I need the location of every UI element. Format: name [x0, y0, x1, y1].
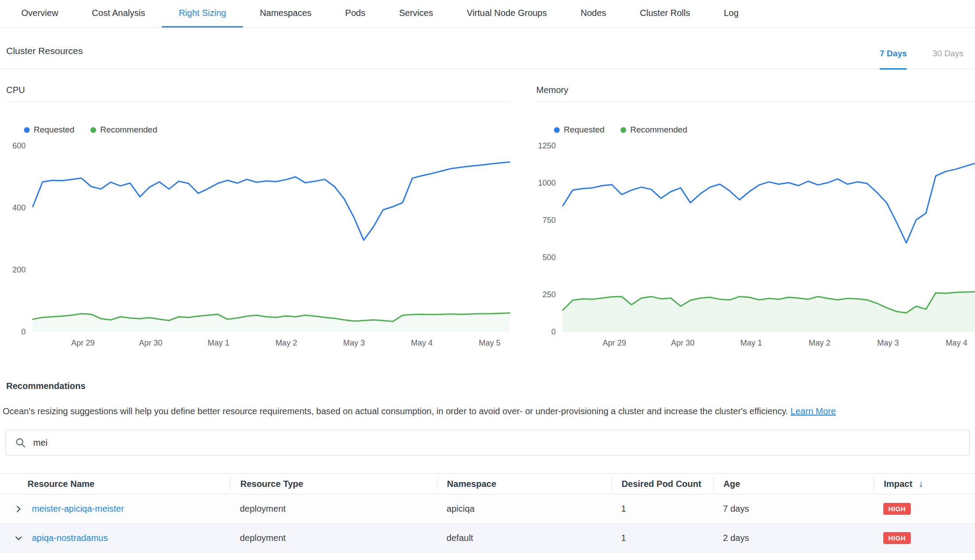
cpu-legend-recommended-label: Recommended	[100, 125, 157, 135]
tab-services[interactable]: Services	[382, 0, 450, 27]
table-header-row: Resource Name Resource Type Namespace De…	[0, 473, 975, 494]
column-desired-pod-count: Desired Pod Count	[611, 478, 713, 490]
resource-type-cell: deployment	[230, 504, 437, 514]
column-impact[interactable]: Impact ↓	[874, 478, 975, 490]
column-impact-label: Impact	[884, 478, 912, 490]
tab-right-sizing[interactable]: Right Sizing	[162, 0, 243, 27]
tab-overview[interactable]: Overview	[4, 0, 75, 27]
tab-log[interactable]: Log	[707, 0, 755, 27]
tab-cluster-rolls[interactable]: Cluster Rolls	[623, 0, 707, 27]
cpu-chart-title: CPU	[6, 85, 510, 102]
requested-dot-icon	[554, 127, 560, 133]
charts-row: CPU Requested Recommended 0200400600 Apr…	[0, 85, 975, 353]
chevron-right-icon[interactable]	[12, 502, 26, 516]
recommendations-title: Recommendations	[6, 381, 975, 391]
tab-pods[interactable]: Pods	[328, 0, 382, 27]
cpu-legend-requested[interactable]: Requested	[24, 125, 74, 135]
memory-legend-recommended-label: Recommended	[630, 125, 687, 135]
column-namespace: Namespace	[437, 478, 612, 490]
recommendations-description: Ocean's resizing suggestions will help y…	[3, 406, 970, 416]
resource-type-cell: deployment	[230, 533, 437, 543]
age-cell: 7 days	[713, 504, 874, 514]
tab-virtual-node-groups[interactable]: Virtual Node Groups	[450, 0, 564, 27]
memory-legend: Requested Recommended	[554, 125, 975, 135]
memory-legend-recommended[interactable]: Recommended	[620, 125, 687, 135]
cluster-resources-header: Cluster Resources 7 Days 30 Days	[0, 28, 975, 69]
namespace-cell: apiciqa	[437, 504, 612, 514]
memory-legend-requested-label: Requested	[564, 125, 604, 135]
recommended-dot-icon	[620, 127, 626, 133]
tab-nodes[interactable]: Nodes	[564, 0, 623, 27]
cpu-legend: Requested Recommended	[24, 125, 510, 135]
recommendations-search	[5, 430, 970, 455]
cpu-y-axis: 0200400600	[6, 146, 33, 332]
time-range-toggle: 7 Days 30 Days	[880, 49, 963, 69]
range-7-days[interactable]: 7 Days	[880, 49, 907, 70]
recommendations-table: Resource Name Resource Type Namespace De…	[0, 473, 975, 553]
recommended-dot-icon	[90, 127, 96, 133]
resource-name-link[interactable]: meister-apiciqa-meister	[32, 504, 124, 514]
impact-badge: HIGH	[883, 532, 911, 544]
cpu-chart-panel: CPU Requested Recommended 0200400600 Apr…	[6, 85, 510, 353]
cpu-legend-recommended[interactable]: Recommended	[90, 125, 157, 135]
age-cell: 2 days	[713, 533, 874, 543]
desired-pod-count-cell: 1	[611, 533, 713, 543]
tab-namespaces[interactable]: Namespaces	[243, 0, 328, 27]
requested-dot-icon	[24, 127, 30, 133]
namespace-cell: default	[437, 533, 612, 543]
resource-name-link[interactable]: apiqa-nostradamus	[32, 533, 108, 543]
memory-legend-requested[interactable]: Requested	[554, 125, 604, 135]
chevron-down-icon[interactable]	[12, 531, 26, 545]
memory-plot	[563, 146, 975, 332]
search-icon	[15, 437, 26, 448]
memory-chart-title: Memory	[536, 85, 975, 102]
table-row[interactable]: meister-apiciqa-meister deployment apici…	[0, 494, 975, 524]
cluster-resources-title: Cluster Resources	[6, 46, 83, 69]
sort-desc-icon[interactable]: ↓	[919, 478, 924, 490]
memory-x-axis: Apr 29Apr 30May 1May 2May 3May 4	[563, 332, 975, 353]
cpu-x-axis: Apr 29Apr 30May 1May 2May 3May 4May 5	[33, 332, 510, 353]
recommendations-description-text: Ocean's resizing suggestions will help y…	[3, 406, 788, 416]
impact-badge: HIGH	[883, 503, 911, 515]
range-30-days[interactable]: 30 Days	[932, 49, 963, 70]
learn-more-link[interactable]: Learn More	[791, 406, 836, 416]
search-input[interactable]	[33, 438, 960, 448]
column-age: Age	[713, 478, 874, 490]
memory-y-axis: 025050075010001250	[536, 146, 563, 332]
column-resource-name: Resource Name	[0, 478, 230, 490]
top-tab-bar: Overview Cost Analysis Right Sizing Name…	[0, 0, 975, 28]
cpu-plot	[33, 146, 510, 332]
tab-cost-analysis[interactable]: Cost Analysis	[75, 0, 162, 27]
column-resource-type: Resource Type	[230, 478, 437, 490]
desired-pod-count-cell: 1	[611, 504, 713, 514]
memory-chart-panel: Memory Requested Recommended 02505007501…	[536, 85, 975, 353]
table-row[interactable]: apiqa-nostradamus deployment default 1 2…	[0, 524, 975, 553]
cpu-legend-requested-label: Requested	[34, 125, 74, 135]
